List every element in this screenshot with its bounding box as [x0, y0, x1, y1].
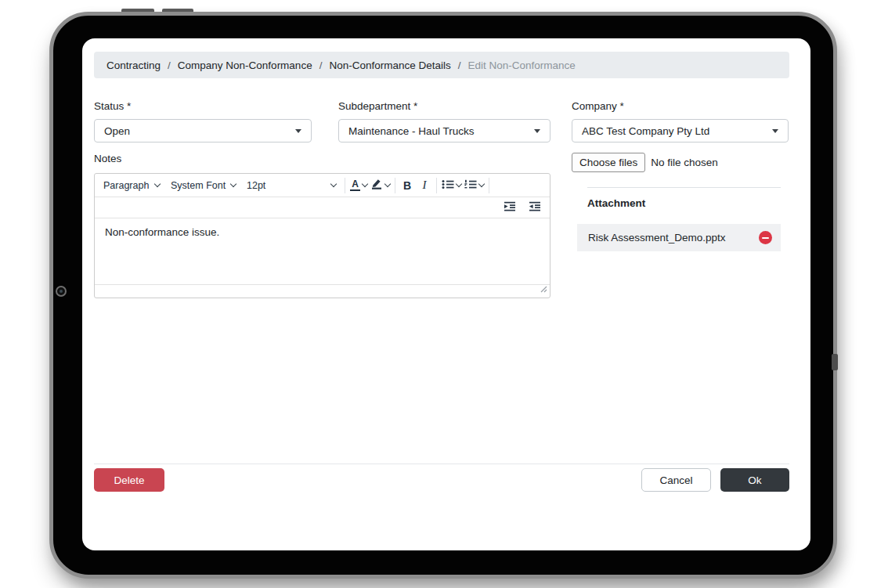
- editor-toolbar-row1: Paragraph System Font 12pt A: [95, 174, 550, 197]
- text-color-icon: A: [350, 179, 360, 191]
- breadcrumb-current-page: Edit Non-Conformance: [468, 60, 576, 71]
- toolbar-divider: [489, 178, 489, 193]
- subdepartment-select[interactable]: Maintenance - Haul Trucks: [338, 119, 550, 142]
- attachment-row: Risk Assessment_Demo.pptx: [577, 224, 781, 251]
- company-value: ABC Test Company Pty Ltd: [582, 125, 709, 137]
- attachment-divider: [587, 187, 781, 188]
- italic-button[interactable]: I: [416, 176, 433, 195]
- font-family-value: System Font: [171, 180, 226, 191]
- attachment-header: Attachment: [587, 197, 645, 209]
- status-field: Status * Open: [94, 100, 312, 142]
- toolbar-divider: [436, 178, 437, 193]
- indent-button[interactable]: [501, 198, 518, 217]
- file-chosen-status: No file chosen: [651, 157, 718, 168]
- editor-status-bar: [95, 284, 550, 298]
- outdent-icon: [529, 200, 541, 215]
- company-field: Company * ABC Test Company Pty Ltd: [572, 100, 789, 142]
- attachment-filename: Risk Assessment_Demo.pptx: [588, 232, 726, 243]
- font-size-value: 12pt: [247, 180, 265, 191]
- text-color-button[interactable]: A: [348, 176, 369, 195]
- chevron-down-icon: [154, 181, 161, 187]
- breadcrumb-separator: /: [168, 60, 171, 71]
- outdent-button[interactable]: [526, 198, 543, 217]
- status-label: Status *: [94, 100, 312, 112]
- numbered-list-button[interactable]: [463, 176, 486, 195]
- resize-handle[interactable]: [540, 282, 547, 296]
- background-color-button[interactable]: [369, 176, 392, 195]
- breadcrumb-item-non-conformance-details[interactable]: Non-Conformance Details: [329, 60, 450, 71]
- tablet-frame: Contracting / Company Non-Conformance / …: [49, 12, 837, 579]
- breadcrumb: Contracting / Company Non-Conformance / …: [94, 52, 789, 78]
- caret-down-icon: [295, 129, 301, 133]
- ok-button[interactable]: Ok: [720, 468, 789, 492]
- breadcrumb-item-contracting[interactable]: Contracting: [106, 60, 161, 71]
- cancel-button[interactable]: Cancel: [641, 468, 711, 492]
- remove-attachment-icon[interactable]: [759, 231, 772, 244]
- block-format-dropdown[interactable]: Paragraph: [98, 176, 165, 195]
- breadcrumb-separator: /: [319, 60, 323, 71]
- chevron-down-icon: [362, 181, 368, 187]
- notes-content-area[interactable]: Non-conformance issue.: [95, 218, 550, 284]
- choose-files-button[interactable]: Choose files: [572, 153, 645, 172]
- caret-down-icon: [534, 129, 540, 133]
- bullet-list-button[interactable]: [440, 176, 463, 195]
- bold-icon: B: [403, 179, 411, 192]
- numbered-list-icon: [464, 179, 477, 193]
- power-button: [832, 354, 838, 370]
- status-select[interactable]: Open: [94, 119, 312, 142]
- breadcrumb-separator: /: [458, 60, 461, 71]
- company-select[interactable]: ABC Test Company Pty Ltd: [572, 119, 789, 142]
- subdepartment-field: Subdepartment * Maintenance - Haul Truck…: [338, 100, 550, 142]
- italic-icon: I: [423, 179, 427, 192]
- toolbar-divider: [345, 178, 345, 193]
- chevron-down-icon: [456, 181, 462, 187]
- indent-icon: [504, 200, 516, 215]
- page: Contracting / Company Non-Conformance / …: [0, 0, 888, 588]
- notes-rich-text-editor: Paragraph System Font 12pt A: [94, 173, 550, 298]
- app-screen: Contracting / Company Non-Conformance / …: [82, 38, 810, 550]
- front-camera-icon: [56, 286, 67, 297]
- company-label: Company *: [572, 100, 789, 112]
- file-upload-row: Choose files No file chosen: [572, 153, 718, 172]
- chevron-down-icon: [330, 181, 337, 187]
- subdepartment-label: Subdepartment *: [338, 100, 550, 112]
- chevron-down-icon: [478, 181, 485, 187]
- toolbar-divider: [395, 178, 395, 193]
- bullet-list-icon: [442, 179, 454, 193]
- highlighter-pen-icon: [370, 178, 383, 193]
- delete-button[interactable]: Delete: [94, 468, 164, 492]
- chevron-down-icon: [384, 181, 391, 187]
- bold-button[interactable]: B: [399, 176, 416, 195]
- block-format-value: Paragraph: [103, 180, 149, 191]
- breadcrumb-item-company-non-conformance[interactable]: Company Non-Conformance: [178, 60, 312, 71]
- notes-label: Notes: [94, 153, 121, 164]
- font-family-dropdown[interactable]: System Font: [165, 176, 241, 195]
- chevron-down-icon: [230, 181, 236, 187]
- caret-down-icon: [772, 129, 778, 133]
- status-value: Open: [104, 125, 130, 137]
- footer-divider: [94, 464, 789, 464]
- subdepartment-value: Maintenance - Haul Trucks: [348, 125, 475, 137]
- editor-toolbar-row2: [95, 197, 550, 218]
- font-size-dropdown[interactable]: 12pt: [241, 176, 341, 195]
